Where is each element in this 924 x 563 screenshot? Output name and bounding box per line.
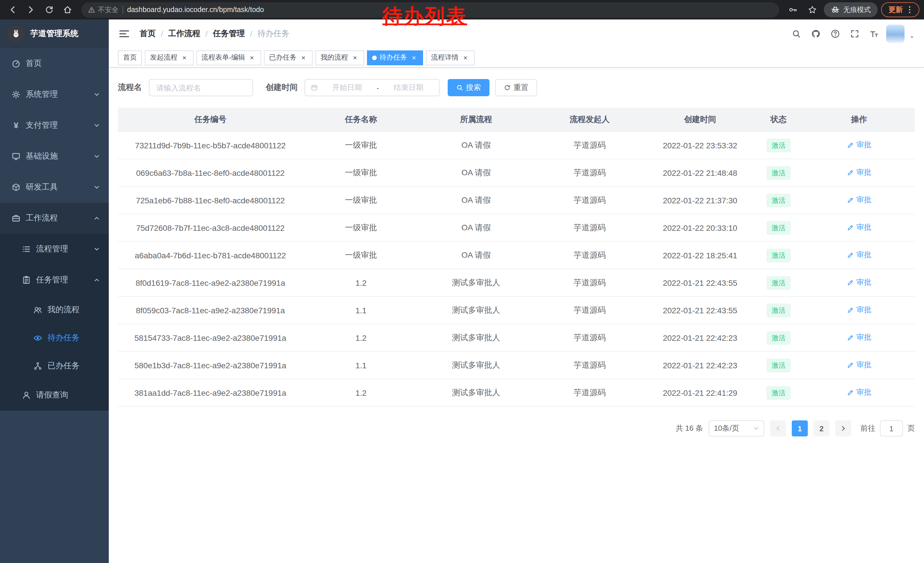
breadcrumb-item[interactable]: 工作流程: [168, 29, 200, 39]
column-header: 所属流程: [419, 114, 533, 125]
prev-page-button[interactable]: [770, 420, 786, 437]
app-shell: 芋道管理系统 首页 系统管理 ¥ 支付管理: [0, 20, 924, 563]
avatar[interactable]: [886, 25, 904, 43]
approve-link[interactable]: 审批: [847, 250, 872, 260]
date-range-picker[interactable]: 开始日期 - 结束日期: [304, 79, 440, 96]
approve-link[interactable]: 审批: [847, 168, 872, 178]
page-size-select[interactable]: 10条/页: [709, 420, 764, 437]
approve-link[interactable]: 审批: [847, 360, 872, 370]
approve-link[interactable]: 审批: [847, 305, 872, 315]
eye-icon: [33, 333, 42, 342]
cell-process: 测试多审批人: [419, 305, 533, 315]
cell-action: 审批: [803, 195, 915, 206]
approve-link[interactable]: 审批: [847, 387, 872, 398]
dashboard-icon: [12, 59, 21, 68]
cell-status: 激活: [754, 193, 804, 207]
help-icon[interactable]: [828, 26, 843, 41]
github-icon[interactable]: [808, 26, 823, 41]
calendar-icon: [311, 84, 318, 91]
password-key-icon[interactable]: [785, 2, 801, 18]
goto-page-input[interactable]: [880, 420, 903, 437]
sidebar-item-process-mgmt[interactable]: 流程管理: [0, 234, 109, 264]
search-icon[interactable]: [789, 26, 804, 41]
omnibox-divider: [123, 6, 123, 14]
tab-process-detail[interactable]: 流程详情×: [426, 50, 475, 65]
menu-dots-icon[interactable]: [905, 5, 914, 14]
tab-done-tasks[interactable]: 已办任务×: [264, 50, 313, 65]
cell-starter: 芋道源码: [533, 140, 646, 150]
cell-task-name: 一级审批: [303, 140, 419, 150]
tab-home[interactable]: 首页: [118, 50, 142, 65]
tab-initiate-process[interactable]: 发起流程×: [145, 50, 194, 65]
tab-my-processes[interactable]: 我的流程×: [315, 50, 364, 65]
chevron-down-icon: [94, 246, 100, 252]
cell-task-id: a6aba0a4-7b6d-11ec-b781-acde48001122: [118, 251, 303, 260]
cell-task-id: 73211d9d-7b9b-11ec-b5b7-acde48001122: [118, 141, 303, 150]
sidebar-collapse-icon[interactable]: [118, 27, 130, 40]
close-icon[interactable]: ×: [299, 54, 308, 62]
cube-icon: [12, 183, 21, 192]
chevron-down-icon: [94, 185, 100, 190]
sidebar-item-label: 待办任务: [48, 332, 80, 343]
font-size-icon[interactable]: [867, 26, 882, 41]
approve-link[interactable]: 审批: [847, 222, 872, 233]
goto-suffix: 页: [908, 423, 915, 434]
back-icon[interactable]: [4, 2, 21, 18]
cell-task-name: 一级审批: [303, 250, 419, 260]
sidebar-item-home[interactable]: 首页: [0, 48, 109, 79]
page-button-1[interactable]: 1: [792, 420, 808, 437]
process-name-input[interactable]: [149, 79, 253, 96]
sidebar-item-system-mgmt[interactable]: 系统管理: [0, 79, 109, 110]
branch-icon: [33, 361, 42, 370]
home-icon[interactable]: [60, 2, 76, 18]
forward-icon[interactable]: [23, 2, 39, 18]
sidebar-item-payment-mgmt[interactable]: ¥ 支付管理: [0, 110, 109, 141]
approve-link[interactable]: 审批: [847, 195, 872, 205]
cell-task-id: 381aa1dd-7ac8-11ec-a9e2-a2380e71991a: [118, 388, 303, 397]
sidebar-item-dev-tools[interactable]: 研发工具: [0, 172, 109, 203]
sidebar-item-label: 我的流程: [48, 305, 80, 315]
table-row: 8f059c03-7ac8-11ec-a9e2-a2380e71991a 1.1…: [118, 297, 915, 324]
cell-action: 审批: [803, 305, 915, 315]
caret-down-icon[interactable]: [909, 35, 915, 40]
security-status[interactable]: 不安全: [88, 5, 118, 15]
approve-link[interactable]: 审批: [847, 140, 872, 150]
sidebar-item-task-mgmt[interactable]: 任务管理: [0, 264, 109, 296]
bookmark-star-icon[interactable]: [804, 2, 820, 18]
update-label: 更新: [888, 5, 903, 15]
url-text: dashboard.yudao.iocoder.cn/bpm/task/todo: [127, 6, 264, 14]
close-icon[interactable]: ×: [410, 54, 418, 62]
tab-label: 已办任务: [269, 53, 297, 62]
page-button-2[interactable]: 2: [813, 420, 830, 437]
tab-process-form-edit[interactable]: 流程表单-编辑×: [196, 50, 261, 65]
reset-button[interactable]: 重置: [495, 79, 537, 96]
browser-update-button[interactable]: 更新: [881, 2, 920, 17]
sidebar-item-my-processes[interactable]: 我的流程: [0, 296, 109, 324]
close-icon[interactable]: ×: [180, 54, 188, 62]
breadcrumb-item[interactable]: 首页: [140, 29, 156, 39]
screen: 待办列表 不安全 dashboard.yudao.iocoder.cn/bpm/…: [0, 0, 924, 563]
cell-task-id: 8f059c03-7ac8-11ec-a9e2-a2380e71991a: [118, 306, 303, 315]
next-page-button[interactable]: [835, 420, 851, 437]
search-button[interactable]: 搜索: [448, 79, 489, 96]
breadcrumb-item[interactable]: 任务管理: [213, 29, 245, 39]
sidebar-item-todo-tasks[interactable]: 待办任务: [0, 324, 109, 352]
tab-label: 流程详情: [431, 53, 459, 62]
app-logo[interactable]: 芋道管理系统: [0, 20, 109, 48]
sidebar-item-label: 基础设施: [26, 151, 58, 162]
breadcrumb-current: 待办任务: [257, 29, 290, 39]
close-icon[interactable]: ×: [351, 54, 359, 62]
sidebar-item-workflow[interactable]: 工作流程: [0, 203, 109, 234]
reload-icon[interactable]: [41, 2, 57, 18]
sidebar-item-done-tasks[interactable]: 已办任务: [0, 352, 109, 380]
cell-status: 激活: [754, 358, 804, 372]
approve-link[interactable]: 审批: [847, 278, 872, 288]
approve-link[interactable]: 审批: [847, 332, 872, 343]
close-icon[interactable]: ×: [461, 54, 470, 62]
sidebar-item-infrastructure[interactable]: 基础设施: [0, 141, 109, 172]
tab-todo-tasks[interactable]: 待办任务×: [367, 50, 423, 65]
cell-starter: 芋道源码: [533, 332, 646, 343]
fullscreen-icon[interactable]: [847, 26, 862, 41]
close-icon[interactable]: ×: [248, 54, 256, 62]
sidebar-item-leave-query[interactable]: 请假查询: [0, 380, 109, 411]
